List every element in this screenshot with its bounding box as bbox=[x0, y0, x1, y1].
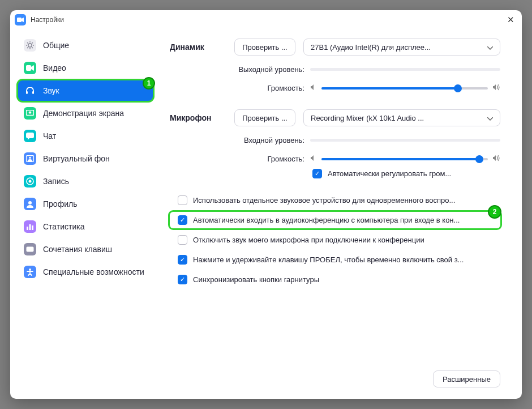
share-icon bbox=[24, 107, 36, 120]
option-text: Автоматически входить в аудиоконференцию… bbox=[193, 216, 496, 224]
sidebar-item-record[interactable]: Запись bbox=[18, 171, 153, 191]
svg-point-1 bbox=[28, 44, 32, 47]
app-icon bbox=[15, 14, 26, 25]
sidebar-item-profile[interactable]: Профиль bbox=[18, 194, 153, 214]
chat-icon bbox=[24, 130, 36, 142]
option-text: Нажмите и удерживайте клавишу ПРОБЕЛ, чт… bbox=[193, 255, 500, 264]
svg-rect-15 bbox=[27, 247, 34, 252]
advanced-button[interactable]: Расширенные bbox=[433, 370, 500, 387]
speaker-high-icon bbox=[492, 155, 500, 163]
svg-rect-17 bbox=[29, 248, 30, 249]
option-row-1: Автоматически входить в аудиоконференцию… bbox=[170, 212, 500, 228]
content: Динамик Проверить ... 27B1 (Аудио Intel(… bbox=[158, 29, 522, 399]
svg-point-8 bbox=[29, 157, 31, 159]
svg-point-11 bbox=[28, 201, 32, 204]
speaker-high-icon bbox=[492, 84, 500, 92]
mic-volume-row: Громкость: bbox=[170, 155, 500, 163]
svg-rect-14 bbox=[32, 225, 33, 230]
speaker-low-icon bbox=[310, 84, 317, 92]
sidebar-item-label: Профиль bbox=[43, 199, 77, 208]
sidebar-item-label: Виртуальный фон bbox=[43, 154, 110, 163]
svg-rect-4 bbox=[32, 91, 34, 94]
sidebar-item-label: Чат bbox=[43, 131, 56, 140]
option-checkbox-0[interactable] bbox=[178, 195, 187, 205]
options-block: Использовать отдельное звуковое устройст… bbox=[170, 192, 500, 288]
sidebar-item-label: Сочетания клавиш bbox=[43, 245, 112, 254]
gear-icon bbox=[24, 39, 36, 52]
mic-input-meter bbox=[310, 135, 500, 144]
option-checkbox-1[interactable] bbox=[178, 215, 187, 225]
speaker-output-row: Выходной уровень: bbox=[170, 65, 500, 74]
sidebar-item-stats[interactable]: Статистика bbox=[18, 216, 153, 237]
sidebar-item-gear[interactable]: Общие bbox=[18, 35, 153, 56]
mic-device-select[interactable]: Recording Mixer (kX 10k1 Audio ... bbox=[303, 109, 500, 126]
svg-rect-19 bbox=[32, 248, 33, 249]
camera-icon bbox=[24, 62, 36, 74]
svg-point-10 bbox=[29, 180, 32, 183]
option-checkbox-2[interactable] bbox=[178, 235, 187, 245]
mic-auto-checkbox[interactable] bbox=[312, 169, 322, 178]
mic-volume-slider[interactable] bbox=[321, 158, 488, 160]
option-text: Отключить звук моего микрофона при подкл… bbox=[193, 236, 500, 244]
sidebar-item-keyboard[interactable]: Сочетания клавиш bbox=[18, 239, 153, 259]
titlebar: Настройки ✕ bbox=[10, 10, 522, 29]
mic-device-text: Recording Mixer (kX 10k1 Audio ... bbox=[311, 114, 483, 122]
speaker-test-button[interactable]: Проверить ... bbox=[234, 39, 295, 56]
svg-rect-12 bbox=[27, 227, 28, 230]
sidebar-item-bg[interactable]: Виртуальный фон bbox=[18, 148, 153, 169]
svg-rect-2 bbox=[26, 65, 31, 71]
mic-label: Микрофон bbox=[170, 113, 226, 122]
option-text: Синхронизировать кнопки гарнитуры bbox=[193, 275, 500, 284]
option-text: Использовать отдельное звуковое устройст… bbox=[193, 196, 500, 204]
access-icon bbox=[24, 266, 36, 278]
speaker-output-label: Выходной уровень: bbox=[170, 65, 304, 74]
mic-auto-row: Автоматически регулировать гром... bbox=[312, 169, 500, 178]
record-icon bbox=[24, 175, 36, 188]
keyboard-icon bbox=[24, 243, 36, 255]
svg-point-21 bbox=[29, 269, 31, 271]
headphones-icon bbox=[24, 84, 36, 97]
speaker-output-meter bbox=[310, 65, 500, 74]
mic-input-row: Входной уровень: bbox=[170, 135, 500, 144]
speaker-device-select[interactable]: 27B1 (Аудио Intel(R) для дисплее... bbox=[303, 39, 500, 56]
speaker-volume-slider[interactable] bbox=[321, 87, 488, 90]
svg-rect-6 bbox=[26, 133, 34, 138]
mic-row: Микрофон Проверить ... Recording Mixer (… bbox=[170, 109, 500, 126]
chevron-down-icon bbox=[487, 114, 493, 122]
speaker-volume-thumb[interactable] bbox=[454, 84, 462, 92]
speaker-label: Динамик bbox=[170, 42, 226, 52]
option-row-2: Отключить звук моего микрофона при подкл… bbox=[170, 232, 500, 248]
mic-volume-label: Громкость: bbox=[170, 155, 304, 163]
mic-volume-thumb[interactable] bbox=[475, 155, 483, 163]
sidebar-item-label: Звук bbox=[43, 86, 59, 95]
option-checkbox-3[interactable] bbox=[178, 255, 187, 265]
highlight-badge: 1 bbox=[143, 77, 155, 90]
profile-icon bbox=[24, 198, 36, 210]
svg-rect-13 bbox=[29, 224, 31, 230]
sidebar-item-label: Статистика bbox=[43, 222, 85, 231]
svg-rect-0 bbox=[17, 18, 22, 22]
window-title: Настройки bbox=[31, 16, 64, 24]
sidebar-item-label: Общие bbox=[43, 41, 69, 50]
sidebar-item-label: Видео bbox=[43, 63, 66, 73]
sidebar-item-camera[interactable]: Видео bbox=[18, 58, 153, 78]
sidebar-item-share[interactable]: Демонстрация экрана bbox=[18, 103, 153, 123]
speaker-device-text: 27B1 (Аудио Intel(R) для дисплее... bbox=[311, 43, 483, 52]
speaker-low-icon bbox=[310, 155, 317, 163]
option-row-4: Синхронизировать кнопки гарнитуры bbox=[170, 271, 500, 288]
highlight-badge: 2 bbox=[488, 205, 501, 219]
sidebar-item-chat[interactable]: Чат bbox=[18, 126, 153, 146]
option-checkbox-4[interactable] bbox=[178, 275, 187, 284]
mic-test-button[interactable]: Проверить ... bbox=[234, 109, 295, 126]
close-icon[interactable]: ✕ bbox=[505, 14, 516, 25]
settings-window: Настройки ✕ ОбщиеВидеоЗвук1Демонстрация … bbox=[10, 10, 522, 399]
mic-auto-label: Автоматически регулировать гром... bbox=[328, 169, 451, 178]
sidebar-item-access[interactable]: Специальные возможности bbox=[18, 262, 153, 282]
sidebar-item-label: Специальные возможности bbox=[43, 267, 144, 276]
speaker-volume-row: Громкость: bbox=[170, 84, 500, 92]
svg-rect-20 bbox=[28, 250, 32, 251]
option-row-0: Использовать отдельное звуковое устройст… bbox=[170, 192, 500, 208]
sidebar-item-headphones[interactable]: Звук1 bbox=[18, 80, 153, 101]
speaker-volume-label: Громкость: bbox=[170, 84, 304, 92]
stats-icon bbox=[24, 220, 36, 233]
